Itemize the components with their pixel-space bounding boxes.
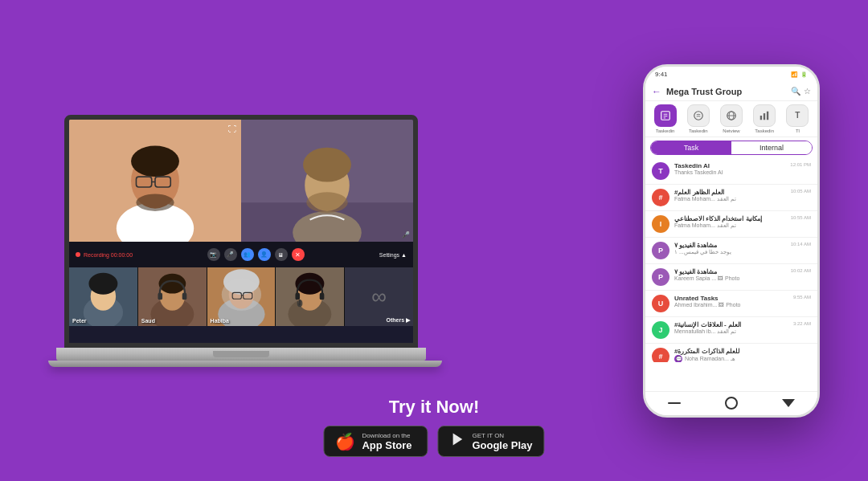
tab-extra[interactable]: T Tl (783, 104, 813, 133)
svg-rect-42 (661, 111, 669, 120)
tab-taskedin-2[interactable]: Taskedin (683, 104, 713, 133)
mic-icon: 🎤 (402, 231, 410, 238)
home-bar-triangle (782, 399, 795, 407)
others-label: Others ▶ (386, 317, 410, 324)
svg-point-8 (136, 194, 174, 210)
peter-label: Peter (72, 318, 87, 324)
expand-icon: ⛶ (228, 124, 236, 133)
left-section: ⛶ (48, 115, 434, 367)
user-icon[interactable]: 👤 (258, 248, 271, 261)
tab-taskedin-1[interactable]: Taskedin (650, 104, 680, 133)
people-icon[interactable]: 👥 (241, 248, 254, 261)
chat-item-5[interactable]: U Unrated Tasks Ahmed Ibrahim... 🖼 Photo… (645, 291, 817, 317)
task-internal-tabs: Task Internal (650, 141, 813, 155)
tab-netview[interactable]: Netview (716, 104, 746, 133)
task-tab[interactable]: Task (651, 141, 731, 154)
svg-rect-38 (320, 293, 325, 300)
tab-icons-row: Taskedin Taskedin (645, 101, 817, 137)
chat-item-6[interactable]: J #العلم - العلاقات الإنسانية Mennatulla… (645, 317, 817, 344)
tab-taskedin-4[interactable]: Taskedin (750, 104, 780, 133)
video-cell-saud: Saud (138, 267, 207, 326)
home-bar-circle (725, 397, 738, 410)
svg-rect-24 (182, 293, 187, 300)
recording-indicator: Recording 00:00:00 (76, 252, 133, 258)
chat-item-4[interactable]: P مشاهدة الفيديو ٧ Kareem Sapia ... 🖼 Ph… (645, 264, 817, 291)
svg-rect-51 (764, 113, 765, 120)
chat-avatar-5: U (652, 295, 669, 312)
google-play-button[interactable]: GET IT ON Google Play (437, 426, 544, 457)
back-button[interactable]: ← (652, 86, 661, 97)
chat-item-0[interactable]: T Taskedin AI Thanks Taskedin AI 12:01 P… (645, 158, 817, 185)
app-store-button[interactable]: 🍎 Download on the App Store (323, 426, 428, 457)
main-container: ⛶ (0, 0, 868, 481)
svg-point-18 (88, 273, 117, 295)
chat-content-6: #العلم - العلاقات الإنسانية Mennatullah … (674, 321, 788, 335)
chat-avatar-7: # (652, 348, 669, 362)
chat-item-1[interactable]: # #العلم الظاهر العلم Fatma Moham... تم … (645, 185, 817, 211)
store-buttons: 🍎 Download on the App Store GET IT ON Go… (323, 426, 544, 457)
habiba-label: Habiba (211, 318, 229, 324)
settings-label[interactable]: Settings ▲ (379, 252, 407, 258)
laptop-wrapper: ⛶ (48, 115, 434, 367)
chat-avatar-3: P (652, 242, 669, 259)
mic-button[interactable]: 🎤 (224, 248, 237, 261)
apple-icon: 🍎 (335, 432, 355, 451)
camera-icon[interactable]: 📷 (207, 248, 220, 261)
svg-rect-37 (296, 293, 301, 300)
chat-content-3: مشاهدة الفيديو ٧ يوجد خطأ في قيمس... ١ (674, 242, 786, 255)
screen-share-icon[interactable]: 🖥 (275, 248, 288, 261)
svg-point-40 (297, 300, 303, 308)
chat-content-7: #للعلم الذاكرات المتكررة 💬 Noha Ramadan.… (674, 348, 806, 362)
google-play-icon (449, 431, 465, 451)
end-call-button[interactable]: ✕ (292, 248, 305, 261)
chat-content-2: إمكانية استخدام الذكاء الاصطناعي Fatma M… (674, 215, 786, 229)
video-grid-top: ⛶ (69, 120, 413, 243)
search-icon[interactable]: 🔍 (791, 87, 800, 96)
laptop-base (56, 348, 426, 361)
phone-status-bar: 9:41 📶 🔋 (645, 67, 817, 83)
svg-point-4 (131, 145, 179, 177)
tab-label-5: Tl (796, 128, 800, 133)
tab-label-4: Taskedin (755, 128, 774, 133)
status-icons: 📶 🔋 (791, 71, 808, 78)
svg-point-46 (694, 111, 703, 120)
right-section: 9:41 📶 🔋 ← Mega Trust Group 🔍 ☆ (643, 64, 820, 418)
laptop-screen: ⛶ (64, 115, 418, 348)
phone: 9:41 📶 🔋 ← Mega Trust Group 🔍 ☆ (643, 64, 820, 418)
laptop-foot (48, 361, 442, 367)
phone-time: 9:41 (655, 71, 668, 78)
tab-label-2: Taskedin (689, 128, 708, 133)
svg-rect-23 (158, 293, 162, 300)
tab-label-3: Netview (723, 128, 739, 133)
svg-marker-41 (453, 434, 463, 446)
chat-content-1: #العلم الظاهر العلم Fatma Moham... تم ال… (674, 189, 786, 202)
star-icon[interactable]: ☆ (804, 87, 811, 96)
phone-bottom-bar (645, 391, 817, 415)
chat-avatar-1: # (652, 189, 669, 206)
nav-action-icons: 🔍 ☆ (791, 87, 811, 96)
video-cell-doctor: ⛶ (69, 120, 241, 243)
svg-rect-50 (760, 116, 762, 120)
svg-point-14 (306, 192, 347, 213)
tab-label-1: Taskedin (656, 128, 675, 133)
chat-item-3[interactable]: P مشاهدة الفيديو ٧ يوجد خطأ في قيمس... ١… (645, 238, 817, 264)
internal-tab[interactable]: Internal (731, 141, 812, 154)
chat-avatar-2: I (652, 215, 669, 233)
chat-avatar-4: P (652, 268, 669, 286)
google-play-text: GET IT ON Google Play (472, 432, 532, 451)
chat-avatar-0: T (652, 162, 669, 180)
video-cell-others: ∞ Others ▶ (345, 267, 413, 326)
chat-item-7[interactable]: # #للعلم الذاكرات المتكررة 💬 Noha Ramada… (645, 344, 817, 362)
chat-avatar-6: J (652, 321, 669, 339)
chat-list: T Taskedin AI Thanks Taskedin AI 12:01 P… (645, 158, 817, 362)
video-cell-habiba: Habiba (207, 267, 276, 326)
video-cell-peter: Peter (69, 267, 137, 326)
saud-label: Saud (141, 318, 155, 324)
chat-item-2[interactable]: I إمكانية استخدام الذكاء الاصطناعي Fatma… (645, 211, 817, 238)
bottom-cta: Try it Now! 🍎 Download on the App Store … (323, 397, 544, 457)
chat-content-5: Unrated Tasks Ahmed Ibrahim... 🖼 Photo (674, 295, 788, 308)
try-now-title: Try it Now! (389, 397, 479, 418)
chat-content-4: مشاهدة الفيديو ٧ Kareem Sapia ... 🖼 Phot… (674, 268, 786, 281)
bottom-video-grid: Peter Sau (69, 267, 413, 326)
home-bar-square (668, 402, 681, 404)
